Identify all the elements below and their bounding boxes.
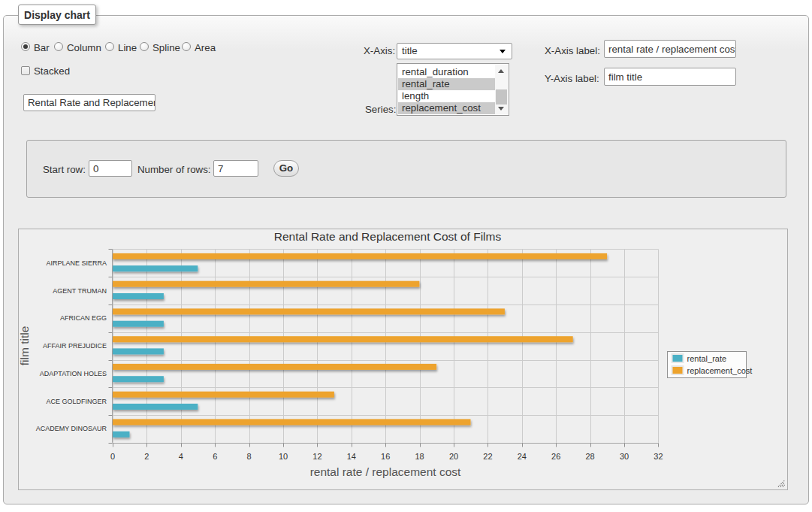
svg-text:ACE GOLDFINGER: ACE GOLDFINGER xyxy=(46,398,107,405)
svg-text:AFRICAN EGG: AFRICAN EGG xyxy=(60,314,107,322)
svg-text:AGENT TRUMAN: AGENT TRUMAN xyxy=(53,287,107,295)
svg-text:rental_rate: rental_rate xyxy=(687,354,727,363)
svg-text:rental rate / replacement cost: rental rate / replacement cost xyxy=(310,465,461,478)
svg-text:AFFAIR PREJUDICE: AFFAIR PREJUDICE xyxy=(43,342,107,350)
svg-text:30: 30 xyxy=(620,452,629,461)
svg-text:26: 26 xyxy=(551,452,560,461)
svg-text:ADAPTATION HOLES: ADAPTATION HOLES xyxy=(40,370,107,377)
svg-text:24: 24 xyxy=(518,452,527,461)
svg-text:18: 18 xyxy=(415,452,424,461)
svg-text:4: 4 xyxy=(179,452,183,461)
svg-text:replacement_cost: replacement_cost xyxy=(687,366,753,375)
svg-text:8: 8 xyxy=(247,452,252,461)
svg-text:20: 20 xyxy=(449,452,458,461)
svg-text:AIRPLANE SIERRA: AIRPLANE SIERRA xyxy=(46,259,107,267)
svg-text:2: 2 xyxy=(144,452,149,461)
svg-text:ACADEMY DINOSAUR: ACADEMY DINOSAUR xyxy=(36,425,107,432)
svg-text:10: 10 xyxy=(279,452,288,461)
svg-text:film title: film title xyxy=(19,326,31,366)
svg-text:14: 14 xyxy=(347,452,356,461)
svg-text:12: 12 xyxy=(312,452,321,461)
svg-text:Rental Rate and Replacement Co: Rental Rate and Replacement Cost of Film… xyxy=(274,230,502,243)
svg-text:32: 32 xyxy=(654,452,663,461)
svg-text:6: 6 xyxy=(213,452,217,461)
svg-text:22: 22 xyxy=(483,452,492,461)
svg-text:16: 16 xyxy=(381,452,390,461)
svg-text:28: 28 xyxy=(585,452,594,461)
svg-text:0: 0 xyxy=(110,452,115,461)
